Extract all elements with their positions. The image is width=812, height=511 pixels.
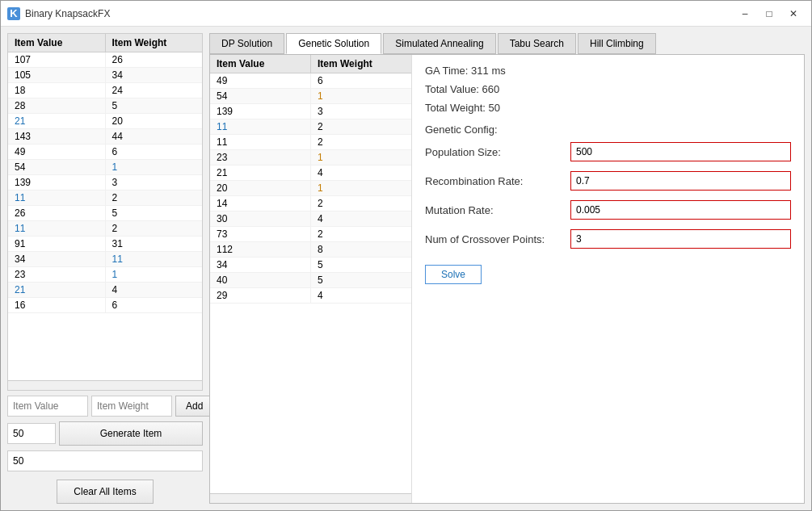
solution-weight-cell: 5 (311, 273, 411, 287)
item-value-input[interactable] (7, 396, 88, 417)
item-value-cell: 107 (8, 52, 106, 67)
solution-weight-cell: 2 (311, 196, 411, 211)
generate-row: 50 Generate Item (7, 421, 203, 446)
item-value-cell: 21 (8, 283, 106, 297)
minimize-button[interactable]: – (734, 5, 756, 23)
item-weight-cell: 4 (106, 283, 203, 297)
solution-value-cell: 14 (210, 196, 311, 211)
generate-count-input[interactable]: 50 (7, 423, 56, 444)
solution-weight-cell: 5 (311, 258, 411, 272)
table-row: 214 (8, 283, 202, 298)
knapsack-capacity-input[interactable]: 50 (7, 450, 203, 471)
table-row: 1393 (8, 175, 202, 191)
solution-row: 231 (210, 150, 411, 165)
item-weight-cell: 1 (106, 160, 203, 174)
item-value-cell: 143 (8, 129, 106, 144)
table-row: 231 (8, 267, 202, 283)
item-weight-cell: 6 (106, 145, 203, 159)
title-bar: K Binary KnapsackFX – □ ✕ (1, 1, 811, 27)
item-weight-cell: 3 (106, 175, 203, 190)
solution-row: 142 (210, 196, 411, 212)
capacity-row: 50 (7, 450, 203, 471)
items-table-scrollbar[interactable] (8, 380, 202, 390)
items-weight-header: Item Weight (106, 34, 203, 52)
table-row: 10534 (8, 68, 202, 83)
solution-table-scrollbar[interactable] (210, 493, 411, 503)
tab-hill-climbing[interactable]: Hill Climbing (578, 33, 656, 54)
solution-weight-cell: 4 (311, 212, 411, 226)
item-value-cell: 18 (8, 83, 106, 98)
item-weight-cell: 11 (106, 252, 203, 266)
solution-row: 732 (210, 227, 411, 242)
close-button[interactable]: ✕ (782, 5, 805, 23)
item-value-cell: 34 (8, 252, 106, 266)
item-weight-cell: 6 (106, 298, 203, 312)
item-value-cell: 16 (8, 298, 106, 312)
solution-row: 112 (210, 119, 411, 135)
item-value-cell: 26 (8, 206, 106, 220)
add-item-row: Add (7, 396, 203, 417)
solution-row: 201 (210, 181, 411, 196)
tab-simulated-annealing[interactable]: Simulated Annealing (383, 33, 495, 54)
solution-row: 304 (210, 212, 411, 227)
tab-tabu-search[interactable]: Tabu Search (498, 33, 576, 54)
genetic-config-title: Genetic Config: (425, 124, 791, 136)
mutation-rate-label: Mutation Rate: (425, 204, 570, 216)
table-row: 541 (8, 160, 202, 175)
total-value-display: Total Value: 660 (425, 83, 791, 95)
solution-table-container: Item Value Item Weight 49654113931121122… (210, 55, 412, 503)
solution-value-cell: 20 (210, 181, 311, 195)
mutation-rate-input[interactable]: 0.005 (570, 200, 791, 220)
solution-row: 214 (210, 165, 411, 181)
crossover-points-row: Num of Crossover Points: 3 (425, 229, 791, 249)
solution-row: 294 (210, 288, 411, 304)
item-weight-cell: 20 (106, 114, 203, 128)
maximize-button[interactable]: □ (758, 5, 780, 23)
window-title: Binary KnapsackFX (25, 8, 734, 19)
item-weight-cell: 26 (106, 52, 203, 67)
add-button[interactable]: Add (175, 396, 213, 417)
table-row: 9131 (8, 237, 202, 252)
solution-value-header: Item Value (210, 55, 311, 73)
tabs-container: DP SolutionGenetic SolutionSimulated Ann… (209, 33, 805, 54)
solution-weight-cell: 3 (311, 104, 411, 119)
item-weight-input[interactable] (91, 396, 172, 417)
crossover-points-input[interactable]: 3 (570, 229, 791, 249)
solve-button[interactable]: Solve (425, 265, 482, 284)
solution-value-cell: 139 (210, 104, 311, 119)
mutation-rate-row: Mutation Rate: 0.005 (425, 200, 791, 220)
item-value-cell: 11 (8, 221, 106, 236)
item-weight-cell: 34 (106, 68, 203, 82)
table-row: 496 (8, 145, 202, 160)
item-value-cell: 23 (8, 267, 106, 282)
recombination-rate-input[interactable]: 0.7 (570, 171, 791, 191)
solution-row: 1393 (210, 104, 411, 119)
solution-weight-cell: 1 (311, 89, 411, 103)
items-table-body[interactable]: 1072610534182428521201434449654113931122… (8, 52, 202, 380)
tab-genetic-solution[interactable]: Genetic Solution (286, 33, 381, 54)
table-row: 166 (8, 298, 202, 313)
right-panel: DP SolutionGenetic SolutionSimulated Ann… (209, 33, 805, 504)
clear-all-button[interactable]: Clear All Items (57, 480, 154, 504)
population-size-input[interactable]: 500 (570, 142, 791, 161)
item-value-cell: 105 (8, 68, 106, 82)
table-row: 1824 (8, 83, 202, 98)
solution-row: 345 (210, 258, 411, 273)
solution-value-cell: 40 (210, 273, 311, 287)
solution-table-body[interactable]: 4965411393112112231214201142304732112834… (210, 73, 411, 493)
app-icon: K (7, 7, 20, 20)
ga-time-display: GA Time: 311 ms (425, 65, 791, 77)
generate-button[interactable]: Generate Item (59, 421, 203, 446)
table-row: 14344 (8, 129, 202, 145)
clear-row: Clear All Items (7, 480, 203, 504)
solution-weight-cell: 6 (311, 73, 411, 88)
ga-time-value: 311 ms (471, 65, 506, 77)
solution-value-cell: 29 (210, 288, 311, 303)
solution-value-cell: 21 (210, 165, 311, 180)
items-table-header: Item Value Item Weight (8, 34, 202, 52)
solution-row: 496 (210, 73, 411, 89)
solution-value-cell: 49 (210, 73, 311, 88)
table-row: 10726 (8, 52, 202, 68)
tab-dp-solution[interactable]: DP Solution (209, 33, 284, 54)
tab-content: Item Value Item Weight 49654113931121122… (209, 54, 805, 504)
